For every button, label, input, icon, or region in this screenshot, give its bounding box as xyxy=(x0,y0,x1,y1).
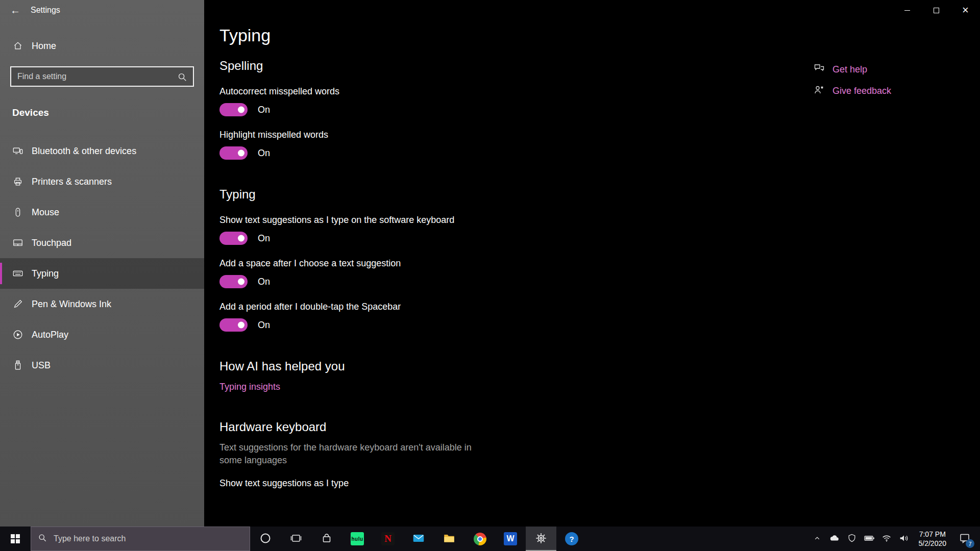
taskbar: hulu N W ? xyxy=(0,527,980,551)
taskbar-clock[interactable]: 7:07 PM 5/2/2020 xyxy=(919,530,947,548)
sidebar-item-pen-windows-ink[interactable]: Pen & Windows Ink xyxy=(0,289,204,319)
file-explorer-button[interactable] xyxy=(434,527,464,551)
notification-badge: 7 xyxy=(966,539,974,548)
battery-tray-button[interactable] xyxy=(862,527,877,551)
store-icon xyxy=(321,532,333,546)
cortana-icon xyxy=(259,532,272,546)
hardware-show-suggestions-label: Show text suggestions as I type xyxy=(219,478,664,489)
settings-search-input[interactable] xyxy=(11,67,193,86)
gear-icon xyxy=(534,532,548,546)
highlight-toggle[interactable] xyxy=(219,146,248,160)
titlebar-left: ← Settings xyxy=(0,0,204,20)
chrome-button[interactable] xyxy=(464,527,495,551)
close-button[interactable]: × xyxy=(951,0,980,20)
netflix-icon: N xyxy=(381,532,395,545)
get-help-link[interactable]: Get help xyxy=(813,62,891,77)
usb-icon xyxy=(12,360,23,371)
microsoft-store-button[interactable] xyxy=(311,527,342,551)
autocorrect-toggle[interactable] xyxy=(219,103,248,116)
action-center-button[interactable]: 7 xyxy=(953,527,976,551)
taskbar-search-box xyxy=(31,527,250,551)
minimize-button[interactable] xyxy=(893,0,922,20)
cortana-button[interactable] xyxy=(250,527,281,551)
security-tray-button[interactable] xyxy=(844,527,860,551)
network-tray-button[interactable] xyxy=(879,527,894,551)
sidebar-item-usb[interactable]: USB xyxy=(0,350,204,381)
add-period-label: Add a period after I double-tap the Spac… xyxy=(219,302,664,312)
sidebar-item-bluetooth-devices[interactable]: Bluetooth & other devices xyxy=(0,136,204,166)
autoplay-icon xyxy=(12,329,23,340)
give-feedback-icon xyxy=(813,84,825,98)
settings-app-button[interactable] xyxy=(526,527,556,551)
sidebar-item-label: Touchpad xyxy=(32,238,71,248)
sidebar-item-touchpad[interactable]: Touchpad xyxy=(0,228,204,258)
hulu-button[interactable]: hulu xyxy=(342,527,373,551)
task-view-button[interactable] xyxy=(281,527,311,551)
get-help-app-button[interactable]: ? xyxy=(556,527,587,551)
typing-heading: Typing xyxy=(219,187,664,202)
chevron-up-icon xyxy=(813,534,822,544)
sidebar-item-label: AutoPlay xyxy=(32,330,68,340)
autocorrect-toggle-row: On xyxy=(219,103,664,116)
add-space-label: Add a space after I choose a text sugges… xyxy=(219,258,664,269)
taskbar-search-input[interactable] xyxy=(54,534,250,543)
typing-insights-link[interactable]: Typing insights xyxy=(219,382,280,392)
toggle-knob xyxy=(238,279,244,285)
start-button[interactable] xyxy=(0,527,31,551)
clock-time: 7:07 PM xyxy=(919,530,947,539)
back-icon: ← xyxy=(10,5,20,16)
back-button[interactable]: ← xyxy=(0,0,31,20)
minimize-icon xyxy=(904,10,910,11)
highlight-toggle-state: On xyxy=(258,148,270,159)
sidebar-item-typing[interactable]: Typing xyxy=(0,258,204,289)
hulu-icon: hulu xyxy=(351,532,364,545)
sidebar-nav: Bluetooth & other devices Printers & sca… xyxy=(0,136,204,381)
show-suggestions-toggle-row: On xyxy=(219,232,664,245)
search-icon xyxy=(177,71,188,85)
autocorrect-toggle-state: On xyxy=(258,105,270,115)
onedrive-tray-button[interactable] xyxy=(827,527,842,551)
hardware-keyboard-heading: Hardware keyboard xyxy=(219,420,664,434)
give-feedback-label: Give feedback xyxy=(832,86,891,96)
sidebar-item-label: Typing xyxy=(32,268,59,279)
get-help-label: Get help xyxy=(832,64,867,75)
sidebar-item-printers-scanners[interactable]: Printers & scanners xyxy=(0,166,204,197)
settings-search-box xyxy=(10,66,194,87)
window-controls: × xyxy=(893,0,980,20)
file-explorer-icon xyxy=(443,532,456,546)
pen-icon xyxy=(12,298,23,310)
search-icon xyxy=(37,533,47,545)
clock-date: 5/2/2020 xyxy=(919,539,947,548)
sidebar-item-home[interactable]: Home xyxy=(0,34,204,58)
mail-icon xyxy=(412,532,425,546)
sidebar-item-label: USB xyxy=(32,360,51,371)
word-button[interactable]: W xyxy=(495,527,526,551)
keyboard-icon xyxy=(12,268,23,279)
show-suggestions-toggle-state: On xyxy=(258,233,270,244)
volume-tray-button[interactable] xyxy=(896,527,912,551)
touchpad-icon xyxy=(12,237,23,248)
cloud-icon xyxy=(829,533,840,545)
add-period-toggle[interactable] xyxy=(219,318,248,332)
wifi-icon xyxy=(881,533,892,545)
windows-logo-icon xyxy=(11,534,20,543)
add-space-toggle[interactable] xyxy=(219,275,248,288)
add-period-toggle-state: On xyxy=(258,320,270,331)
show-suggestions-label: Show text suggestions as I type on the s… xyxy=(219,215,664,226)
give-feedback-link[interactable]: Give feedback xyxy=(813,84,891,98)
hardware-keyboard-description: Text suggestions for the hardware keyboa… xyxy=(219,441,485,467)
speaker-icon xyxy=(898,533,910,545)
get-help-icon xyxy=(813,62,825,77)
home-icon xyxy=(12,41,23,51)
sidebar-item-label: Pen & Windows Ink xyxy=(32,299,111,310)
devices-icon xyxy=(12,145,23,157)
help-app-icon: ? xyxy=(565,532,578,545)
sidebar-item-mouse[interactable]: Mouse xyxy=(0,197,204,228)
tray-expand-button[interactable] xyxy=(810,527,825,551)
toggle-knob xyxy=(238,322,244,329)
netflix-button[interactable]: N xyxy=(373,527,403,551)
mail-button[interactable] xyxy=(403,527,434,551)
maximize-button[interactable] xyxy=(922,0,951,20)
show-suggestions-toggle[interactable] xyxy=(219,232,248,245)
sidebar-item-autoplay[interactable]: AutoPlay xyxy=(0,319,204,350)
